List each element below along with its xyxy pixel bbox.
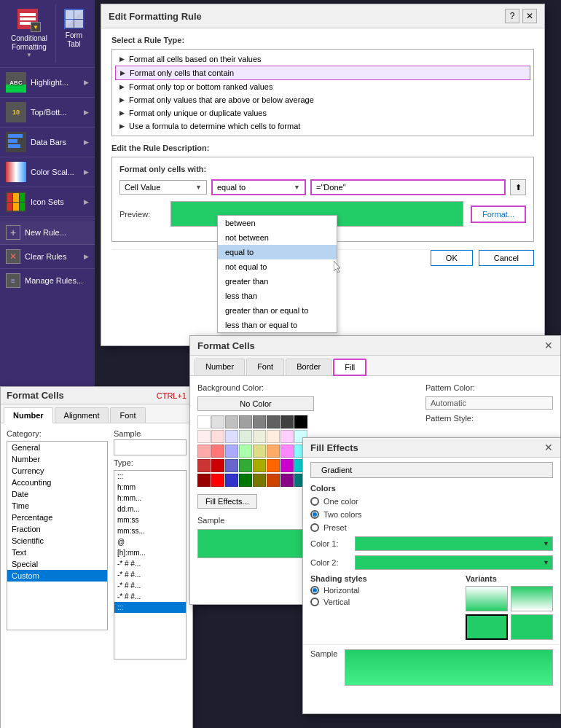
value-input[interactable] — [310, 179, 506, 195]
ok-button[interactable]: OK — [431, 250, 473, 266]
color-lgray4[interactable] — [253, 415, 266, 428]
cat-fraction[interactable]: Fraction — [7, 523, 107, 535]
color-r5[interactable] — [253, 430, 266, 443]
color-m7[interactable] — [280, 445, 294, 458]
cat-accounting[interactable]: Accounting — [7, 477, 107, 488]
color1-dropdown[interactable]: ▼ — [355, 536, 553, 551]
type-item-6[interactable]: @ — [114, 536, 186, 547]
color-m4[interactable] — [239, 445, 252, 458]
fill-tab-fill[interactable]: Fill — [333, 359, 366, 376]
sidebar-item-managerules[interactable]: ≡ Manage Rules... — [0, 269, 95, 292]
color-r3[interactable] — [225, 430, 238, 443]
color-d2[interactable] — [211, 459, 224, 472]
rule-type-above-below[interactable]: ▶ Format only values that are above or b… — [115, 93, 530, 106]
fill-tab-border[interactable]: Border — [286, 359, 332, 375]
color-b7[interactable] — [280, 474, 294, 487]
cat-number[interactable]: Number — [7, 453, 107, 465]
color-lgray1[interactable] — [211, 415, 224, 428]
cat-general[interactable]: General — [7, 442, 107, 453]
color-b1[interactable] — [197, 474, 211, 487]
type-item-7[interactable]: [h]:mm... — [114, 547, 186, 558]
one-color-radio[interactable] — [310, 497, 319, 506]
sidebar-item-format-table[interactable]: FormTabl — [55, 4, 92, 63]
type-item-11[interactable]: -* # #... — [114, 591, 186, 602]
type-list[interactable]: ::: h:mm h:mm... dd.m... mm:ss mm:ss... … — [114, 470, 187, 659]
sidebar-item-topbottom[interactable]: 10 Top/Bott... ▶ — [0, 98, 95, 128]
rule-type-unique-duplicate[interactable]: ▶ Format only unique or duplicate values — [115, 106, 530, 120]
color-b6[interactable] — [267, 474, 280, 487]
color-b4[interactable] — [239, 474, 252, 487]
preset-radio[interactable] — [310, 523, 319, 532]
color-lgray3[interactable] — [239, 415, 252, 428]
color-r4[interactable] — [239, 430, 252, 443]
type-item-1[interactable]: h:mm — [114, 482, 186, 493]
fc-tab-font[interactable]: Font — [110, 407, 145, 423]
cat-time[interactable]: Time — [7, 500, 107, 512]
type-item-3[interactable]: dd.m... — [114, 504, 186, 514]
color-d1[interactable] — [197, 459, 211, 472]
horizontal-radio[interactable] — [310, 586, 319, 595]
type-item-5[interactable]: mm:ss... — [114, 525, 186, 536]
rule-type-formula[interactable]: ▶ Use a formula to determine which cells… — [115, 120, 530, 133]
color-m1[interactable] — [197, 445, 211, 458]
condition-between[interactable]: between — [218, 216, 337, 230]
sidebar-item-newrule[interactable]: + New Rule... — [0, 221, 95, 245]
cat-special[interactable]: Special — [7, 558, 107, 570]
color-r7[interactable] — [280, 430, 294, 443]
color2-dropdown[interactable]: ▼ — [355, 555, 553, 570]
rule-type-all-cells[interactable]: ▶ Format all cells based on their values — [115, 52, 530, 66]
color-lgray5[interactable] — [267, 415, 280, 428]
color-m6[interactable] — [267, 445, 280, 458]
color-r2[interactable] — [211, 430, 224, 443]
color-b5[interactable] — [253, 474, 266, 487]
color-m2[interactable] — [211, 445, 224, 458]
type-item-4[interactable]: mm:ss — [114, 514, 186, 525]
sidebar-item-conditional-formatting[interactable]: ▼ Conditional Formatting ▼ — [3, 4, 55, 63]
rule-type-only-cells[interactable]: ▶ Format only cells that contain — [115, 66, 530, 80]
variant-1[interactable] — [466, 586, 508, 611]
condition-less-than[interactable]: less than — [218, 289, 337, 303]
cat-scientific[interactable]: Scientific — [7, 535, 107, 547]
fill-tab-number[interactable]: Number — [195, 359, 245, 375]
condition-not-equal-to[interactable]: not equal to — [218, 259, 337, 274]
cat-percentage[interactable]: Percentage — [7, 512, 107, 523]
sidebar-item-colorscale[interactable]: Color Scal... ▶ — [0, 157, 95, 187]
color-d3[interactable] — [225, 459, 238, 472]
cat-text[interactable]: Text — [7, 547, 107, 558]
fill-tab-font[interactable]: Font — [246, 359, 284, 375]
color-m5[interactable] — [253, 445, 266, 458]
color-black[interactable] — [294, 415, 307, 428]
gradient-tab-button[interactable]: Gradient — [310, 462, 553, 478]
color-d5[interactable] — [253, 459, 266, 472]
condition-equal-to[interactable]: equal to — [218, 245, 337, 259]
rule-type-top-bottom[interactable]: ▶ Format only top or bottom ranked value… — [115, 80, 530, 93]
sidebar-item-iconsets[interactable]: Icon Sets ▶ — [0, 187, 95, 217]
sidebar-item-highlight[interactable]: ABC Highlight... ▶ — [0, 68, 95, 98]
color-b3[interactable] — [225, 474, 238, 487]
color-d4[interactable] — [239, 459, 252, 472]
help-button[interactable]: ? — [505, 9, 519, 23]
color-d7[interactable] — [280, 459, 294, 472]
cat-currency[interactable]: Currency — [7, 465, 107, 477]
cancel-button[interactable]: Cancel — [479, 250, 534, 266]
vertical-radio[interactable] — [310, 598, 319, 606]
cat-date[interactable]: Date — [7, 488, 107, 500]
variant-2[interactable] — [511, 586, 553, 611]
condition-greater-equal[interactable]: greater than or equal to — [218, 303, 337, 318]
color-b2[interactable] — [211, 474, 224, 487]
color-d6[interactable] — [267, 459, 280, 472]
no-color-button[interactable]: No Color — [197, 396, 314, 411]
two-colors-radio[interactable] — [310, 510, 319, 519]
fill-dialog-close[interactable]: ✕ — [544, 340, 553, 351]
type-item-0[interactable]: ::: — [114, 471, 186, 482]
type-item-2[interactable]: h:mm... — [114, 493, 186, 504]
fill-effects-button[interactable]: Fill Effects... — [197, 494, 257, 509]
type-item-8[interactable]: -* # #... — [114, 558, 186, 569]
color-r6[interactable] — [267, 430, 280, 443]
cell-value-dropdown[interactable]: Cell Value ▼ — [119, 180, 207, 195]
upload-icon-btn[interactable]: ⬆ — [510, 179, 526, 195]
close-button[interactable]: ✕ — [522, 9, 537, 23]
condition-not-between[interactable]: not between — [218, 230, 337, 245]
condition-greater-than[interactable]: greater than — [218, 274, 337, 289]
condition-dropdown[interactable]: equal to ▼ — [211, 179, 306, 195]
